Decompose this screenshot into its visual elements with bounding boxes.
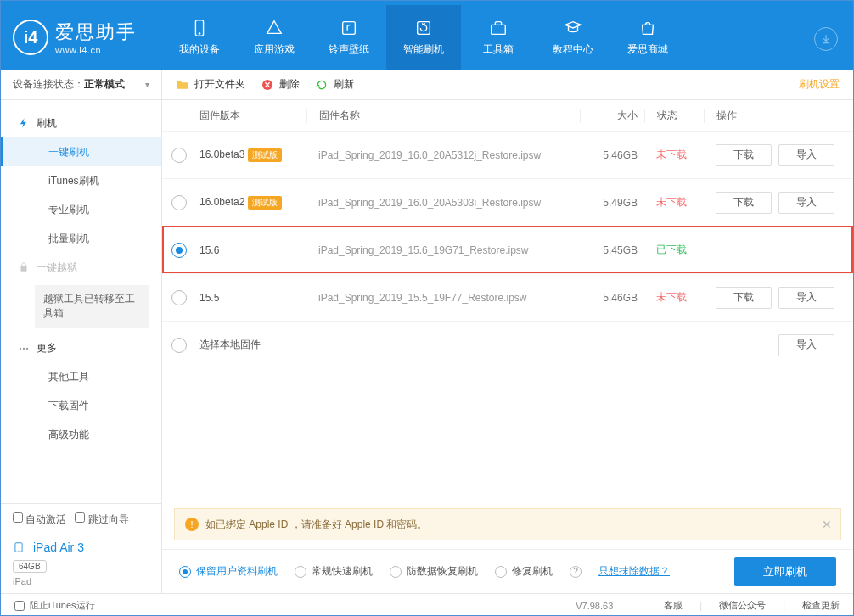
flash-now-button[interactable]: 立即刷机: [734, 557, 836, 586]
sidebar-other-tools[interactable]: 其他工具: [1, 363, 161, 392]
status-label: 设备连接状态：: [13, 77, 84, 92]
sidebar-oneclick-flash[interactable]: 一键刷机: [1, 137, 161, 166]
apple-id-notice: ! 如已绑定 Apple ID ，请准备好 Apple ID 和密码。 ✕: [174, 508, 841, 540]
app-name-cn: 爱思助手: [55, 20, 137, 45]
check-update-link[interactable]: 检查更新: [802, 599, 840, 612]
notice-close-button[interactable]: ✕: [822, 518, 832, 531]
row-version: 15.6: [196, 244, 306, 256]
nav-tutorials[interactable]: 教程中心: [536, 5, 610, 70]
opt-anti-recovery[interactable]: 防数据恢复刷机: [390, 564, 478, 579]
logo: i4 爱思助手 www.i4.cn: [13, 20, 137, 55]
th-size: 大小: [580, 109, 644, 123]
download-button[interactable]: 下载: [716, 287, 772, 309]
firmware-row[interactable]: 15.5iPad_Spring_2019_15.5_19F77_Restore.…: [162, 273, 853, 321]
device-capacity: 64GB: [13, 560, 47, 573]
import-button[interactable]: 导入: [778, 144, 834, 166]
jailbreak-notice: 越狱工具已转移至工具箱: [35, 285, 149, 328]
row-radio[interactable]: [171, 338, 187, 353]
auto-activate-checkbox[interactable]: 自动激活: [13, 512, 66, 527]
firmware-row[interactable]: 16.0beta3测试版iPad_Spring_2019_16.0_20A531…: [162, 131, 853, 178]
row-status: 未下载: [644, 290, 704, 305]
nav-apps[interactable]: 应用游戏: [237, 5, 312, 70]
svg-point-6: [20, 347, 21, 349]
sidebar-itunes-flash[interactable]: iTunes刷机: [1, 166, 161, 195]
tree-label: 一键越狱: [37, 260, 77, 275]
table-header: 固件版本 固件名称 大小 状态 操作: [162, 100, 853, 131]
open-folder-button[interactable]: 打开文件夹: [176, 77, 245, 92]
tree-label: 其他工具: [48, 370, 89, 384]
import-button[interactable]: 导入: [778, 334, 834, 356]
local-firmware-row[interactable]: 选择本地固件导入: [162, 321, 853, 368]
wechat-link[interactable]: 微信公众号: [719, 599, 766, 612]
folder-icon: [176, 78, 189, 92]
sidebar-advanced[interactable]: 高级功能: [1, 421, 161, 450]
erase-only-link[interactable]: 只想抹除数据？: [598, 564, 670, 579]
tree-label: 下载固件: [48, 399, 89, 413]
version-label: V7.98.63: [576, 601, 613, 611]
flash-options: 保留用户资料刷机 常规快速刷机 防数据恢复刷机 修复刷机 ? 只想抹除数据？ 立…: [162, 549, 853, 593]
row-filename: iPad_Spring_2019_15.5_19F77_Restore.ipsw: [306, 292, 580, 304]
row-radio[interactable]: [171, 290, 187, 305]
opt-keep-data[interactable]: 保留用户资料刷机: [179, 564, 278, 579]
delete-icon: [261, 78, 274, 92]
connection-status[interactable]: 设备连接状态： 正常模式 ▾: [1, 70, 161, 100]
row-version: 15.5: [196, 292, 306, 304]
notice-text: 如已绑定 Apple ID ，请准备好 Apple ID 和密码。: [205, 518, 427, 532]
more-icon: [18, 343, 30, 355]
status-value: 正常模式: [84, 77, 125, 92]
chevron-down-icon: ▾: [145, 80, 149, 89]
row-size: 5.46GB: [580, 149, 644, 161]
svg-point-10: [19, 551, 20, 552]
logo-icon: i4: [13, 20, 48, 55]
store-icon: [638, 19, 657, 37]
refresh-button[interactable]: 刷新: [315, 77, 354, 92]
row-status: 未下载: [644, 195, 704, 210]
opt-repair[interactable]: 修复刷机: [495, 564, 553, 579]
firmware-row[interactable]: 15.6iPad_Spring_2019_15.6_19G71_Restore.…: [162, 226, 853, 273]
row-radio[interactable]: [171, 243, 187, 258]
nav-store[interactable]: 爱思商城: [610, 5, 685, 70]
device-name[interactable]: iPad Air 3: [33, 540, 84, 554]
sidebar-tree: 刷机 一键刷机 iTunes刷机 专业刷机 批量刷机 一键越狱 越狱工具已转移至…: [1, 100, 161, 503]
tutorial-icon: [564, 19, 582, 37]
sidebar-download-fw[interactable]: 下载固件: [1, 392, 161, 421]
customer-service-link[interactable]: 客服: [664, 599, 683, 612]
delete-button[interactable]: 删除: [261, 77, 300, 92]
downloads-button[interactable]: [814, 27, 838, 51]
nav-toolbox[interactable]: 工具箱: [461, 5, 536, 70]
download-button[interactable]: 下载: [716, 144, 772, 166]
download-button[interactable]: 下载: [716, 192, 772, 214]
row-version: 16.0beta2测试版: [196, 196, 306, 210]
sidebar-batch-flash[interactable]: 批量刷机: [1, 224, 161, 253]
nav-ringtones[interactable]: 铃声壁纸: [312, 5, 386, 70]
sidebar-flash-root[interactable]: 刷机: [1, 109, 161, 137]
import-button[interactable]: 导入: [778, 287, 834, 309]
block-itunes-checkbox[interactable]: 阻止iTunes运行: [14, 599, 95, 612]
flash-settings-button[interactable]: 刷机设置: [794, 77, 840, 92]
nav-flash[interactable]: 智能刷机: [386, 5, 461, 70]
download-icon: [820, 33, 832, 45]
row-filename: iPad_Spring_2019_15.6_19G71_Restore.ipsw: [306, 244, 580, 256]
sidebar-more[interactable]: 更多: [1, 334, 161, 363]
row-radio[interactable]: [171, 195, 187, 210]
row-size: 5.45GB: [580, 244, 644, 256]
beta-badge: 测试版: [248, 196, 282, 210]
row-filename: iPad_Spring_2019_16.0_20A5312j_Restore.i…: [306, 149, 580, 161]
th-ops: 操作: [704, 109, 840, 123]
firmware-row[interactable]: 16.0beta2测试版iPad_Spring_2019_16.0_20A530…: [162, 178, 853, 226]
sidebar: 设备连接状态： 正常模式 ▾ 刷机 一键刷机 iTunes刷机 专业刷机 批量刷…: [1, 70, 162, 593]
opt-regular[interactable]: 常规快速刷机: [295, 564, 373, 579]
th-status: 状态: [644, 109, 704, 123]
sidebar-pro-flash[interactable]: 专业刷机: [1, 195, 161, 224]
svg-point-8: [26, 347, 28, 349]
tree-label: 专业刷机: [48, 203, 89, 217]
svg-rect-5: [21, 266, 27, 272]
nav-label: 铃声壁纸: [329, 42, 369, 57]
skip-guide-checkbox[interactable]: 跳过向导: [75, 512, 128, 527]
header: i4 爱思助手 www.i4.cn 我的设备 应用游戏 铃声壁纸 智能刷机 工具…: [1, 5, 853, 70]
nav-my-device[interactable]: 我的设备: [162, 5, 237, 70]
nav-label: 工具箱: [483, 42, 514, 57]
import-button[interactable]: 导入: [778, 192, 834, 214]
help-icon[interactable]: ?: [570, 566, 582, 578]
row-radio[interactable]: [171, 148, 187, 163]
